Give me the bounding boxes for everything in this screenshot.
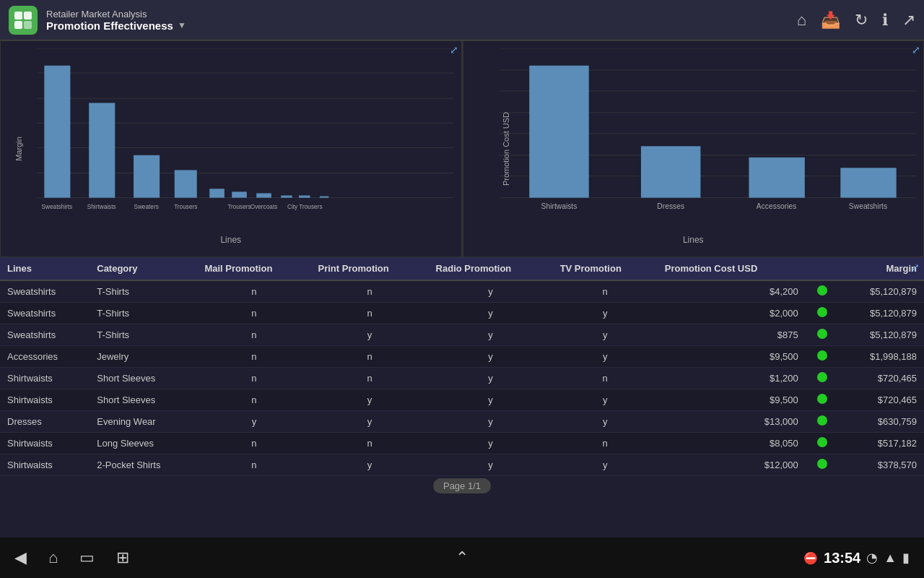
app-title: Retailer Market Analysis: [46, 9, 186, 20]
right-chart-expand-icon[interactable]: ⤢: [912, 44, 920, 56]
cell-mail: n: [197, 433, 310, 454]
svg-text:Shirtwaists: Shirtwaists: [541, 202, 577, 210]
svg-rect-26: [209, 189, 225, 197]
col-header-category: Category: [90, 257, 197, 280]
svg-rect-27: [232, 191, 247, 197]
cell-category: Short Sleeves: [90, 389, 197, 411]
col-header-indicator: [806, 257, 840, 280]
cell-radio: y: [429, 454, 553, 476]
cell-tv: n: [553, 433, 658, 454]
refresh-icon[interactable]: ↻: [855, 11, 868, 30]
cell-mail: n: [197, 303, 310, 324]
table-row: Dresses Evening Wear y y y y $13,000 $63…: [0, 411, 924, 433]
menu-icon[interactable]: ⊞: [116, 548, 129, 567]
right-chart-y-label: Promotion Cost USD: [502, 112, 510, 186]
cell-radio: y: [429, 411, 553, 433]
cell-mail: n: [197, 324, 310, 346]
status-dot: [817, 350, 827, 361]
cell-tv: y: [553, 303, 658, 324]
up-chevron-icon[interactable]: ⌃: [456, 548, 468, 566]
wifi-icon: ◔: [866, 550, 878, 566]
table-row: Sweatshirts T-Shirts n n y y $2,000 $5,1…: [0, 303, 924, 324]
table-row: Shirtwaists Short Sleeves n n y n $1,200…: [0, 368, 924, 389]
cell-tv: n: [553, 280, 658, 303]
col-header-radio: Radio Promotion: [429, 257, 553, 280]
table-row: Sweatshirts T-Shirts n y y y $875 $5,120…: [0, 324, 924, 346]
home-icon[interactable]: ⌂: [797, 11, 806, 30]
col-header-print: Print Promotion: [311, 257, 429, 280]
svg-rect-51: [529, 66, 589, 198]
svg-rect-3: [24, 21, 32, 29]
page-indicator: Page 1/1: [0, 476, 924, 496]
cell-print: y: [311, 324, 429, 346]
back-icon[interactable]: ◀: [14, 548, 27, 567]
svg-rect-31: [281, 196, 292, 198]
cell-tv: y: [553, 346, 658, 368]
svg-rect-29: [256, 193, 271, 197]
right-chart-x-label: Lines: [683, 235, 704, 245]
app-logo: [9, 6, 38, 35]
cell-lines: Sweatshirts: [0, 324, 90, 346]
recent-apps-icon[interactable]: ▭: [79, 548, 95, 567]
cell-print: y: [311, 454, 429, 476]
status-dot: [817, 415, 827, 426]
table-row: Shirtwaists 2-Pocket Shirts n y y y $12,…: [0, 454, 924, 476]
svg-text:Shirtwaists: Shirtwaists: [87, 204, 116, 210]
cell-print: y: [311, 411, 429, 433]
report-title: Promotion Effectiveness ▼: [46, 20, 186, 32]
left-chart-svg: 0.00 1M 2M 3M 4M 5M 6M Sweatshirts Shirt…: [37, 48, 454, 228]
cell-dot: [806, 303, 840, 324]
cell-category: Long Sleeves: [90, 433, 197, 454]
table-row: Shirtwaists Short Sleeves n y y y $9,500…: [0, 389, 924, 411]
table-expand-icon[interactable]: ⤢: [911, 262, 920, 273]
share-icon[interactable]: ↗: [902, 11, 915, 30]
svg-text:Sweatshirts: Sweatshirts: [848, 202, 886, 210]
cell-lines: Sweatshirts: [0, 303, 90, 324]
cell-cost: $4,200: [658, 280, 806, 303]
cell-radio: y: [429, 346, 553, 368]
table-row: Accessories Jewelry n n y y $9,500 $1,99…: [0, 346, 924, 368]
cell-margin: $5,120,879: [840, 280, 924, 303]
svg-text:Sweaters: Sweaters: [134, 204, 158, 210]
table-row: Shirtwaists Long Sleeves n n y n $8,050 …: [0, 433, 924, 454]
cell-category: Evening Wear: [90, 411, 197, 433]
download-icon[interactable]: 📥: [821, 11, 840, 30]
cell-dot: [806, 389, 840, 411]
cell-cost: $13,000: [658, 411, 806, 433]
cell-mail: n: [197, 368, 310, 389]
cell-tv: y: [553, 454, 658, 476]
data-table-area[interactable]: ⤢ Lines Category Mail Promotion Print Pr…: [0, 257, 924, 538]
cell-mail: n: [197, 454, 310, 476]
svg-rect-22: [134, 155, 160, 198]
cell-category: Short Sleeves: [90, 368, 197, 389]
svg-rect-1: [24, 12, 32, 20]
cell-mail: n: [197, 389, 310, 411]
cell-radio: y: [429, 303, 553, 324]
svg-text:Overcoats: Overcoats: [250, 204, 278, 210]
top-bar: Retailer Market Analysis Promotion Effec…: [0, 0, 924, 40]
cell-dot: [806, 368, 840, 389]
home-nav-icon[interactable]: ⌂: [48, 548, 58, 567]
table-header-row: Lines Category Mail Promotion Print Prom…: [0, 257, 924, 280]
svg-rect-53: [640, 146, 700, 197]
cell-category: T-Shirts: [90, 303, 197, 324]
cell-category: T-Shirts: [90, 324, 197, 346]
title-block: Retailer Market Analysis Promotion Effec…: [46, 9, 186, 32]
svg-text:Trousers: Trousers: [227, 204, 250, 210]
svg-text:Dresses: Dresses: [657, 202, 684, 210]
svg-text:City Trousers: City Trousers: [287, 204, 323, 210]
cell-cost: $1,200: [658, 368, 806, 389]
svg-rect-32: [299, 196, 310, 198]
cell-margin: $720,465: [840, 368, 924, 389]
svg-rect-18: [44, 66, 70, 198]
right-chart-svg: 0.00 5K 10K 15K 20K 25K 30K 35K Shirtwai…: [500, 48, 917, 228]
cell-radio: y: [429, 433, 553, 454]
cell-dot: [806, 280, 840, 303]
svg-rect-20: [89, 103, 115, 197]
svg-text:Sweatshirts: Sweatshirts: [42, 204, 73, 210]
cell-lines: Shirtwaists: [0, 454, 90, 476]
status-dot: [817, 372, 827, 382]
right-chart: ⤢ Promotion Cost USD 0.00 5K 10K 15K 20K…: [463, 40, 925, 257]
info-icon[interactable]: ℹ: [882, 11, 888, 30]
left-chart-expand-icon[interactable]: ⤢: [450, 44, 458, 56]
